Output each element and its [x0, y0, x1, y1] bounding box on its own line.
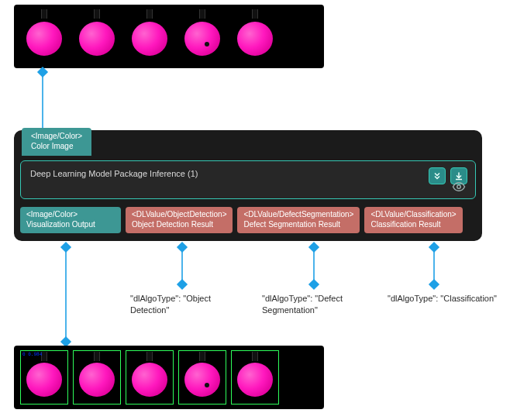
port-type: <Image/Color>: [31, 132, 82, 140]
bulb: [231, 9, 279, 64]
bulb-detected: [231, 350, 279, 405]
node-title: Deep Learning Model Package Inference (1…: [30, 169, 198, 178]
expand-button[interactable]: [429, 167, 446, 184]
svg-point-3: [457, 185, 461, 189]
node-body[interactable]: Deep Learning Model Package Inference (1…: [20, 160, 476, 199]
chevrons-down-icon: [432, 171, 442, 181]
output-image-strip: 0 0.984 0 0.984: [14, 346, 324, 409]
visibility-toggle[interactable]: [450, 178, 467, 195]
connector-endpoint: [177, 242, 188, 253]
input-port-color-image[interactable]: <Image/Color> Color Image: [22, 128, 91, 156]
connector-endpoint: [37, 67, 48, 77]
connector-endpoint: [308, 242, 319, 253]
port-type: <DLValue/ObjectDetection>: [132, 210, 226, 220]
port-type: <Image/Color>: [26, 210, 115, 220]
output-port-defect-segmentation[interactable]: <DLValue/DefectSegmentation> Defect Segm…: [237, 207, 360, 233]
inference-node: <Image/Color> Color Image Deep Learning …: [14, 130, 482, 241]
eye-icon: [452, 180, 466, 194]
connector-endpoint: [429, 242, 439, 253]
bulb-detected: [126, 350, 174, 405]
output-port-object-detection[interactable]: <DLValue/ObjectDetection> Object Detecti…: [126, 207, 233, 233]
port-type: <DLValue/DefectSegmentation>: [243, 210, 353, 220]
output-port-classification[interactable]: <DLValue/Classification> Classification …: [364, 207, 462, 233]
connector-endpoint: [429, 279, 439, 290]
connector-endpoint: [60, 242, 71, 253]
connector-endpoint: [177, 279, 188, 290]
bulb-detected: 0 0.984: [20, 350, 68, 405]
port-type: <DLValue/Classification>: [370, 210, 456, 220]
caption-defect-segmentation: "dlAlgoType": "Defect Segmentation": [262, 293, 370, 316]
bulb: [126, 9, 174, 64]
output-port-visualization[interactable]: <Image/Color> Visualization Output: [20, 207, 121, 233]
port-label: Defect Segmentation Result: [243, 220, 353, 230]
caption-classification: "dlAlgoType": "Classification": [388, 293, 504, 305]
bulb: [73, 9, 121, 64]
bbox-label: 0 0.984: [22, 351, 42, 356]
input-image-strip: [14, 5, 324, 68]
caption-object-detection: "dlAlgoType": "Object Detection": [130, 293, 239, 316]
connector-endpoint: [308, 279, 319, 290]
bulb-detected: 0 0.984: [178, 350, 226, 405]
port-label: Object Detection Result: [132, 220, 226, 230]
connector-viz: [62, 243, 70, 344]
bulb: [20, 9, 68, 64]
output-ports-row: <Image/Color> Visualization Output <DLVa…: [14, 207, 482, 233]
bulb: [178, 9, 226, 64]
bulb-detected: [73, 350, 121, 405]
port-label: Classification Result: [370, 220, 456, 230]
port-label: Visualization Output: [26, 220, 115, 230]
port-label: Color Image: [31, 142, 73, 150]
